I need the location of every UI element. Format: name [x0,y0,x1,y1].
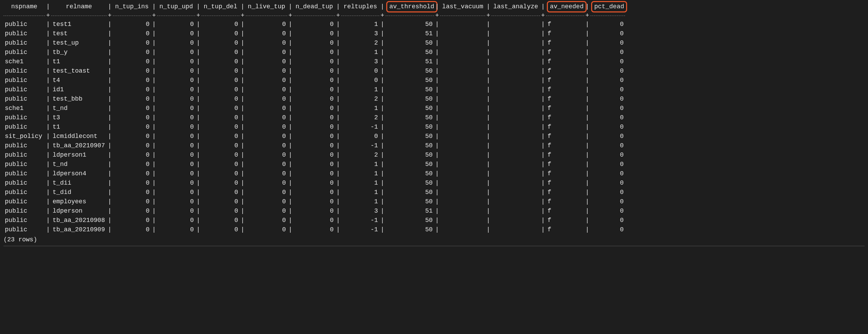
cell-reltuples: 1 [341,104,379,113]
column-separator: | [379,29,386,38]
cell-n_live_tup: 0 [246,225,287,234]
cell-n_tup_upd: 0 [157,150,195,160]
divider-dash [491,16,540,16]
cell-pct_dead: 0 [590,216,625,225]
cell-nspname: public [3,197,45,206]
cell-av_threshold: 50 [386,122,434,132]
column-separator: | [107,2,113,11]
table-row: public|t4|0|0|0|0|0|0|50|||f|0 [3,76,865,85]
column-separator: | [584,29,590,38]
column-separator: | [335,141,341,150]
column-separator: | [584,150,590,160]
cell-pct_dead: 0 [590,113,625,122]
column-separator: | [335,85,341,94]
column-separator: | [151,57,157,66]
column-header-last_vacuum: last_vacuum [440,2,485,11]
cell-n_tup_upd: 0 [157,122,195,132]
column-separator: | [239,57,246,66]
cell-av_threshold: 50 [386,197,434,206]
column-separator: | [379,94,386,104]
table-row: public|id1|0|0|0|0|0|1|50|||f|0 [3,85,865,94]
table-row: public|tb_aa_20210907|0|0|0|0|0|-1|50|||… [3,141,865,150]
cell-reltuples: 2 [341,113,379,122]
column-separator: | [584,132,590,141]
cell-n_tup_del: 0 [201,66,239,76]
column-separator: | [107,178,113,188]
column-separator: | [434,38,440,48]
table-body: public|test1|0|0|0|0|0|1|50|||f|0public|… [3,20,865,234]
cell-n_dead_tup: 0 [293,122,335,132]
cell-av_needed: f [546,48,584,57]
cell-relname: t_did [51,188,107,197]
column-separator: | [195,216,201,225]
table-row: public|t1|0|0|0|0|0|-1|50|||f|0 [3,122,865,132]
cell-nspname: sche1 [3,57,45,66]
column-header-last_analyze: last_analyze [491,2,540,11]
column-separator: | [107,85,113,94]
cell-nspname: public [3,48,45,57]
cell-av_threshold: 50 [386,225,434,234]
column-separator: | [107,197,113,206]
column-separator: | [434,216,440,225]
cell-av_needed: f [546,197,584,206]
divider-plus: + [335,11,341,20]
row-count-footer: (23 rows) [3,234,865,244]
column-separator: | [584,225,590,234]
cell-n_tup_del: 0 [201,178,239,188]
table-row: public|ldperson1|0|0|0|0|0|2|50|||f|0 [3,150,865,160]
table-row: sit_policy|lcmiddlecont|0|0|0|0|0|0|50||… [3,132,865,141]
cell-reltuples: 1 [341,169,379,178]
column-separator: | [287,20,293,29]
column-separator: | [540,150,546,160]
cell-relname: tb_aa_20210907 [51,141,107,150]
cell-av_needed: f [546,141,584,150]
column-separator: | [287,29,293,38]
cell-n_tup_del: 0 [201,85,239,94]
column-separator: | [151,85,157,94]
divider-plus: + [287,11,293,20]
cell-n_tup_del: 0 [201,197,239,206]
cell-pct_dead: 0 [590,85,625,94]
column-separator: | [540,85,546,94]
table-row: public|t_did|0|0|0|0|0|1|50|||f|0 [3,188,865,197]
column-separator: | [335,132,341,141]
cell-n_tup_ins: 0 [113,104,151,113]
column-separator: | [151,29,157,38]
column-separator: | [584,216,590,225]
cell-nspname: public [3,113,45,122]
column-separator: | [335,66,341,76]
cell-reltuples: 2 [341,150,379,160]
column-separator: | [107,150,113,160]
column-separator: | [287,141,293,150]
column-separator: | [45,20,51,29]
column-separator: | [379,150,386,160]
column-separator: | [485,38,491,48]
cell-av_threshold: 50 [386,20,434,29]
cell-n_tup_upd: 0 [157,160,195,169]
column-separator: | [485,85,491,94]
cell-n_tup_ins: 0 [113,38,151,48]
column-separator: | [485,141,491,150]
column-separator: | [540,132,546,141]
column-separator: | [335,160,341,169]
column-separator: | [45,132,51,141]
column-separator: | [195,20,201,29]
column-separator: | [584,20,590,29]
column-separator: | [335,104,341,113]
cell-n_live_tup: 0 [246,104,287,113]
cell-n_live_tup: 0 [246,160,287,169]
cell-reltuples: -1 [341,216,379,225]
cell-reltuples: 1 [341,48,379,57]
cell-n_dead_tup: 0 [293,94,335,104]
cell-n_tup_upd: 0 [157,85,195,94]
column-separator: | [379,48,386,57]
column-separator: | [195,66,201,76]
column-separator: | [239,141,246,150]
column-separator: | [584,178,590,188]
column-header-n_dead_tup: n_dead_tup [293,2,335,11]
cell-relname: ldperson4 [51,169,107,178]
cell-n_tup_del: 0 [201,169,239,178]
table-row: public|tb_aa_20210908|0|0|0|0|0|-1|50|||… [3,216,865,225]
cell-n_tup_ins: 0 [113,216,151,225]
terminal-output[interactable]: nspname|relname|n_tup_ins|n_tup_upd|n_tu… [0,0,868,250]
